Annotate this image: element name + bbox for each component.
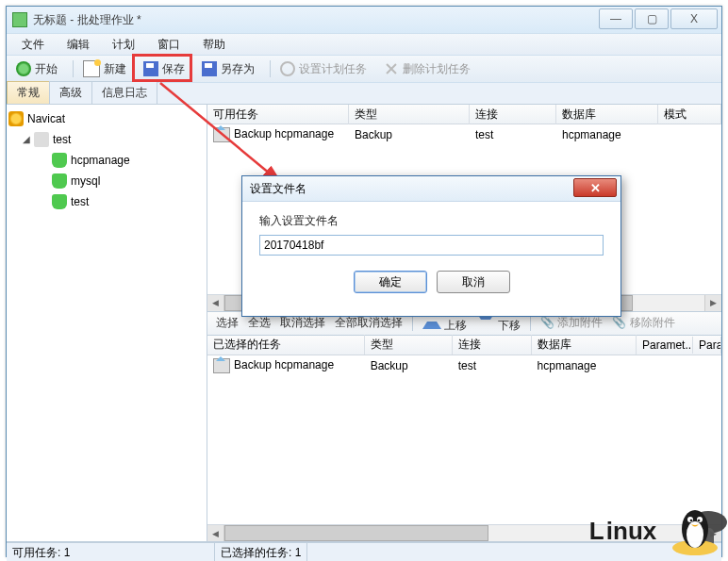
- cancel-button[interactable]: 取消: [437, 271, 510, 293]
- table-row[interactable]: Backup hcpmanage Backup test hcpmanage: [207, 355, 721, 376]
- window-title: 无标题 - 批处理作业 *: [33, 12, 141, 28]
- filename-dialog: 设置文件名 ✕ 输入设置文件名 确定 取消: [241, 175, 621, 317]
- tab-general[interactable]: 常规: [7, 81, 50, 104]
- tree-db-test[interactable]: test: [8, 191, 205, 212]
- col-conn[interactable]: 连接: [470, 105, 556, 124]
- expander-icon[interactable]: ◢: [22, 135, 31, 144]
- database-icon: [52, 194, 67, 209]
- dialog-close-button[interactable]: ✕: [573, 178, 617, 197]
- menu-help[interactable]: 帮助: [191, 34, 237, 56]
- app-icon: [12, 12, 27, 27]
- col-mode[interactable]: 模式: [658, 105, 721, 124]
- svg-point-6: [687, 517, 693, 522]
- scroll-left-icon[interactable]: ◀: [207, 525, 224, 541]
- select-all-link[interactable]: 全选: [243, 315, 275, 331]
- task-icon: [213, 358, 230, 373]
- menu-edit[interactable]: 编辑: [56, 34, 101, 56]
- remove-attach-button[interactable]: 📎 移除附件: [607, 315, 679, 331]
- selected-tasks-body[interactable]: Backup hcpmanage Backup test hcpmanage: [207, 355, 721, 525]
- tab-advanced[interactable]: 高级: [49, 81, 92, 104]
- new-button[interactable]: 新建: [77, 58, 132, 79]
- dialog-titlebar[interactable]: 设置文件名 ✕: [242, 176, 620, 202]
- svg-point-8: [690, 520, 693, 522]
- col-db2[interactable]: 数据库: [532, 335, 637, 355]
- selected-tasks-header: 已选择的任务 类型 连接 数据库 Paramet... Para: [207, 336, 721, 355]
- separator: [270, 60, 271, 77]
- linux-tux-icon: [668, 503, 722, 557]
- available-tasks-header: 可用任务 类型 连接 数据库 模式: [207, 105, 721, 124]
- add-attach-button[interactable]: 📎 添加附件: [536, 315, 607, 331]
- col-para[interactable]: Para: [693, 337, 721, 354]
- save-button[interactable]: 保存: [138, 59, 190, 79]
- tree-db-mysql[interactable]: mysql: [8, 171, 205, 191]
- tabstrip: 常规 高级 信息日志: [7, 83, 721, 105]
- tab-log[interactable]: 信息日志: [91, 81, 157, 104]
- watermark-L-icon: L: [589, 517, 604, 546]
- col-selected-task[interactable]: 已选择的任务: [207, 335, 365, 355]
- connection-icon: [34, 132, 49, 147]
- start-button[interactable]: 开始: [10, 59, 63, 79]
- save-icon: [143, 61, 158, 76]
- unselect-all-link[interactable]: 全部取消选择: [330, 315, 407, 331]
- set-plan-button[interactable]: 设置计划任务: [274, 59, 372, 79]
- separator: [73, 60, 74, 77]
- status-selected: 已选择的任务: 1: [215, 543, 307, 561]
- close-button[interactable]: X: [670, 8, 718, 29]
- dialog-label: 输入设置文件名: [259, 213, 604, 229]
- col-task[interactable]: 可用任务: [207, 105, 349, 124]
- unselect-link[interactable]: 取消选择: [275, 315, 330, 331]
- filename-input[interactable]: [259, 235, 604, 256]
- tree-connection[interactable]: ◢ test: [8, 129, 205, 150]
- tree-db-hcpmanage[interactable]: hcpmanage: [8, 150, 205, 171]
- minimize-button[interactable]: —: [599, 8, 633, 29]
- menu-plan[interactable]: 计划: [101, 34, 146, 56]
- watermark-inux: inux: [606, 517, 656, 546]
- dialog-title-text: 设置文件名: [250, 181, 306, 197]
- col-param[interactable]: Paramet...: [637, 337, 693, 354]
- save-as-icon: [202, 61, 217, 76]
- menu-file[interactable]: 文件: [10, 34, 56, 56]
- right-pane: 可用任务 类型 连接 数据库 模式 Backup hcpmanage Backu…: [207, 105, 721, 541]
- svg-point-7: [697, 517, 703, 522]
- delete-icon: [384, 61, 399, 76]
- select-link[interactable]: 选择: [211, 315, 243, 331]
- scroll-right-icon[interactable]: ▶: [704, 295, 721, 311]
- task-icon: [213, 127, 230, 142]
- ok-button[interactable]: 确定: [354, 271, 427, 293]
- status-available: 可用任务: 1: [7, 543, 215, 561]
- col-type[interactable]: 类型: [349, 105, 470, 124]
- scroll-left-icon[interactable]: ◀: [207, 295, 224, 311]
- delete-plan-button[interactable]: 删除计划任务: [378, 59, 476, 79]
- col-conn2[interactable]: 连接: [453, 335, 532, 355]
- watermark: 黑区网络 www.Linuxidc.com L inux: [686, 503, 722, 557]
- col-type2[interactable]: 类型: [365, 335, 453, 355]
- toolbar: 开始 新建 保存 另存为 设置计划任务 删除计划任务: [7, 55, 721, 83]
- titlebar: 无标题 - 批处理作业 * — ▢ X: [7, 7, 721, 33]
- menubar: 文件 编辑 计划 窗口 帮助: [7, 33, 721, 55]
- navicat-icon: [8, 111, 24, 126]
- tree-root[interactable]: Navicat: [8, 108, 205, 129]
- maximize-button[interactable]: ▢: [635, 8, 669, 29]
- play-icon: [16, 61, 31, 76]
- connection-tree[interactable]: Navicat ◢ test hcpmanage mysql test: [7, 105, 207, 541]
- database-icon: [52, 153, 67, 168]
- main-area: Navicat ◢ test hcpmanage mysql test: [7, 105, 721, 542]
- save-as-button[interactable]: 另存为: [196, 59, 260, 79]
- svg-point-9: [698, 520, 701, 522]
- table-row[interactable]: Backup hcpmanage Backup test hcpmanage: [207, 124, 721, 145]
- new-file-icon: [83, 60, 100, 77]
- col-db[interactable]: 数据库: [556, 105, 658, 124]
- database-icon: [52, 173, 67, 189]
- menu-window[interactable]: 窗口: [146, 34, 191, 56]
- clock-icon: [280, 61, 295, 76]
